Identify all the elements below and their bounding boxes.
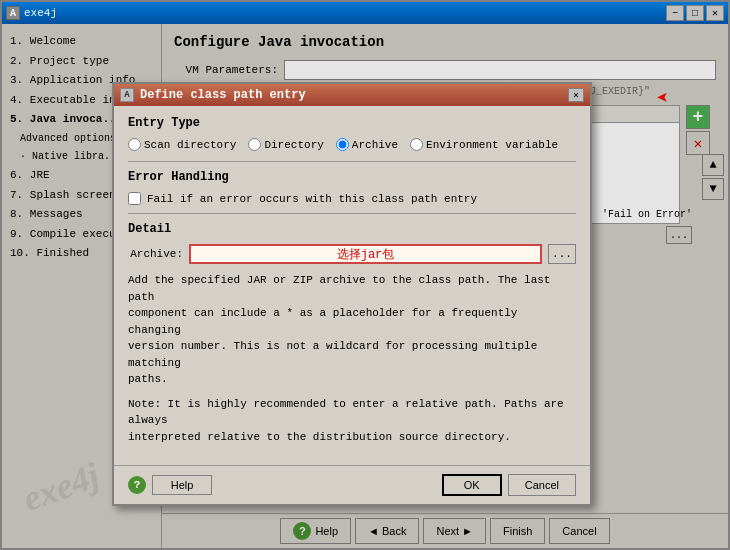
dialog-ok-button[interactable]: OK [442,474,502,496]
radio-archive[interactable]: Archive [336,138,398,151]
main-window: A exe4j − □ ✕ 1. Welcome 2. Project type… [0,0,730,550]
radio-archive-input[interactable] [336,138,349,151]
dialog-help-button[interactable]: Help [152,475,212,495]
archive-label: Archive: [128,248,183,260]
dialog-cancel-button[interactable]: Cancel [508,474,576,496]
entry-type-title: Entry Type [128,116,576,130]
dialog-close-button[interactable]: ✕ [568,88,584,102]
dialog-footer: ? Help OK Cancel [114,465,590,504]
archive-browse-button[interactable]: ... [548,244,576,264]
radio-env-input[interactable] [410,138,423,151]
error-handling-title: Error Handling [128,170,576,184]
dialog-title-text: Define class path entry [140,88,306,102]
directory-word: directory [445,431,504,443]
radio-env-variable[interactable]: Environment variable [410,138,558,151]
archive-detail-row: Archive: ... [128,244,576,264]
dialog-help-area: ? Help [128,475,212,495]
radio-scan-input[interactable] [128,138,141,151]
dialog-title-left: A Define class path entry [120,88,306,102]
separator-2 [128,213,576,214]
title-bar-buttons: − □ ✕ [666,5,724,21]
dialog-content: Entry Type Scan directory Directory Arch… [114,106,590,465]
fail-checkbox[interactable] [128,192,141,205]
dialog-help-icon: ? [128,476,146,494]
dialog-footer-right: OK Cancel [442,474,576,496]
dialog-icon: A [120,88,134,102]
entry-type-radio-group: Scan directory Directory Archive Environ… [128,138,576,151]
info-text: Add the specified JAR or ZIP archive to … [128,272,576,388]
paths-word: Paths [504,398,537,410]
separator-1 [128,161,576,162]
define-classpath-dialog: A Define class path entry ✕ Entry Type S… [112,82,592,506]
fail-checkbox-row: Fail if an error occurs with this class … [128,192,576,205]
maximize-button[interactable]: □ [686,5,704,21]
detail-title: Detail [128,222,576,236]
title-bar-left: A exe4j [6,6,57,20]
archive-input[interactable] [189,244,542,264]
radio-scan-directory[interactable]: Scan directory [128,138,236,151]
window-title: exe4j [24,7,57,19]
minimize-button[interactable]: − [666,5,684,21]
radio-directory[interactable]: Directory [248,138,323,151]
dialog-title-bar: A Define class path entry ✕ [114,84,590,106]
app-icon: A [6,6,20,20]
title-bar: A exe4j − □ ✕ [2,2,728,24]
fail-checkbox-label: Fail if an error occurs with this class … [147,193,477,205]
close-window-button[interactable]: ✕ [706,5,724,21]
radio-directory-input[interactable] [248,138,261,151]
note-text: Note: It is highly recommended to enter … [128,396,576,446]
